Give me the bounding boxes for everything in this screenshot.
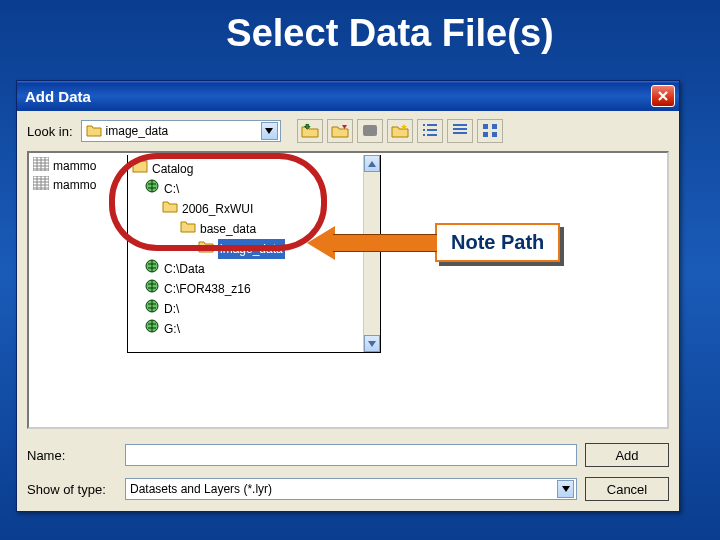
file-list: mammo mammo <box>33 157 96 193</box>
file-area[interactable]: mammo mammo <box>27 151 669 429</box>
tree-label: 2006_RxWUI <box>182 199 253 219</box>
drive-icon <box>144 259 160 279</box>
svg-rect-0 <box>363 125 377 136</box>
lookin-row: Look in: image_data <box>17 111 679 147</box>
list-view-button[interactable] <box>417 119 443 143</box>
type-combo[interactable]: Datasets and Layers (*.lyr) <box>125 478 577 500</box>
tree-label: base_data <box>200 219 256 239</box>
callout-text: Note Path <box>435 223 560 262</box>
tree-item-folder[interactable]: 2006_RxWUI <box>132 199 360 219</box>
connect-folder-button[interactable] <box>327 119 353 143</box>
close-icon <box>657 88 669 105</box>
folder-icon <box>162 199 178 219</box>
tree-item-catalog[interactable]: Catalog <box>132 159 360 179</box>
svg-rect-2 <box>427 124 437 126</box>
catalog-icon <box>132 159 148 179</box>
add-button[interactable]: Add <box>585 443 669 467</box>
tree-label: Catalog <box>152 159 193 179</box>
list-item-label: mammo <box>53 159 96 173</box>
svg-rect-10 <box>483 124 488 129</box>
lookin-label: Look in: <box>27 124 73 139</box>
type-value: Datasets and Layers (*.lyr) <box>130 482 553 496</box>
raster-icon <box>33 157 49 174</box>
up-arrow-folder-icon <box>301 122 319 141</box>
tree-item-drive[interactable]: C:\Data <box>132 259 360 279</box>
raster-icon <box>33 176 49 193</box>
close-button[interactable] <box>651 85 675 107</box>
chevron-down-icon[interactable] <box>261 122 278 140</box>
drive-icon <box>144 179 160 199</box>
thumbnail-view-icon <box>481 122 499 141</box>
tree-item-drive[interactable]: D:\ <box>132 299 360 319</box>
folder-icon <box>198 239 214 259</box>
slide-title: Select Data File(s) <box>0 0 720 55</box>
tree-label: D:\ <box>164 299 179 319</box>
name-input[interactable] <box>125 444 577 466</box>
svg-rect-6 <box>427 134 437 136</box>
tree-item-drive[interactable]: G:\ <box>132 319 360 339</box>
svg-rect-3 <box>423 129 425 131</box>
svg-rect-11 <box>492 124 497 129</box>
svg-rect-8 <box>453 128 467 130</box>
tree-item-drive[interactable]: C:\ <box>132 179 360 199</box>
svg-rect-7 <box>453 124 467 126</box>
details-view-button[interactable] <box>447 119 473 143</box>
svg-rect-5 <box>423 134 425 136</box>
details-view-icon <box>451 122 469 141</box>
scroll-up-button[interactable] <box>364 155 380 172</box>
name-label: Name: <box>27 448 117 463</box>
annotation-callout: Note Path <box>307 223 560 262</box>
svg-rect-9 <box>453 132 467 134</box>
tree-label: G:\ <box>164 319 180 339</box>
up-folder-button[interactable] <box>297 119 323 143</box>
svg-rect-4 <box>427 129 437 131</box>
disabled-tool-button[interactable] <box>357 119 383 143</box>
svg-rect-1 <box>423 124 425 126</box>
scroll-down-button[interactable] <box>364 335 380 352</box>
dialog-title: Add Data <box>25 88 651 105</box>
type-label: Show of type: <box>27 482 117 497</box>
svg-rect-12 <box>483 132 488 137</box>
thumbnails-view-button[interactable] <box>477 119 503 143</box>
lookin-combo[interactable]: image_data <box>81 120 281 142</box>
arrow-icon <box>307 226 437 260</box>
list-item[interactable]: mammo <box>33 157 96 174</box>
tree-label: C:\Data <box>164 259 205 279</box>
list-view-icon <box>421 122 439 141</box>
toolbar-buttons <box>297 119 503 143</box>
tree-item-drive[interactable]: C:\FOR438_z16 <box>132 279 360 299</box>
add-data-dialog: Add Data Look in: image_data <box>16 80 680 512</box>
svg-rect-13 <box>492 132 497 137</box>
list-item-label: mammo <box>53 178 96 192</box>
drive-icon <box>144 299 160 319</box>
chevron-down-icon[interactable] <box>557 480 574 498</box>
tree-label: image_data <box>218 239 285 259</box>
new-folder-button[interactable] <box>387 119 413 143</box>
new-folder-icon <box>391 122 409 141</box>
lookin-value: image_data <box>106 124 257 138</box>
folder-icon <box>180 219 196 239</box>
connect-icon <box>331 122 349 141</box>
bottom-controls: Name: Add Show of type: Datasets and Lay… <box>17 437 679 511</box>
tree-label: C:\FOR438_z16 <box>164 279 251 299</box>
svg-rect-16 <box>133 161 147 172</box>
disabled-folder-icon <box>361 122 379 141</box>
folder-icon <box>86 123 102 140</box>
tree-label: C:\ <box>164 179 179 199</box>
cancel-button[interactable]: Cancel <box>585 477 669 501</box>
drive-icon <box>144 319 160 339</box>
drive-icon <box>144 279 160 299</box>
titlebar: Add Data <box>17 81 679 111</box>
list-item[interactable]: mammo <box>33 176 96 193</box>
